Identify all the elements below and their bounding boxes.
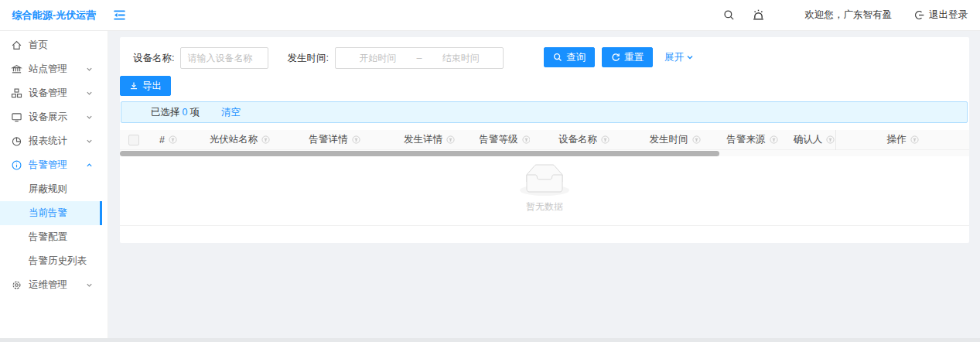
- column-header-level: 告警等级: [480, 130, 530, 150]
- top-header: 综合能源-光伏运营 欢迎您，广东智有盈 退出登录: [0, 0, 980, 31]
- selection-bar: 已选择 0 项 清空: [121, 101, 968, 123]
- column-header-time: 发生时间: [638, 130, 712, 150]
- home-icon: [11, 39, 22, 51]
- chevron-down-icon: [86, 114, 93, 121]
- chevron-down-icon: [686, 53, 694, 61]
- search-icon[interactable]: [723, 9, 735, 21]
- empty-text: 暂无数据: [526, 200, 563, 214]
- display-icon: [11, 111, 22, 123]
- chevron-down-icon: [86, 66, 93, 73]
- filter-buttons: 查询 重置 展开: [544, 47, 694, 67]
- logout-button[interactable]: 退出登录: [913, 9, 968, 22]
- bank-icon: [11, 63, 22, 75]
- scrollbar-thumb[interactable]: [120, 151, 719, 156]
- query-button[interactable]: 查询: [544, 47, 595, 67]
- column-header-actions: 操作: [835, 130, 969, 150]
- header-actions: 欢迎您，广东智有盈 退出登录: [723, 9, 980, 22]
- sidebar-item-label: 站点管理: [29, 63, 86, 76]
- sidebar-item-reports[interactable]: 报表统计: [0, 129, 102, 153]
- sidebar-subitem-alarm-config[interactable]: 告警配置: [0, 225, 102, 249]
- sidebar-item-alarms[interactable]: 告警管理: [0, 153, 102, 177]
- selection-prefix: 已选择: [151, 106, 180, 119]
- alarm-bell-icon[interactable]: [752, 9, 765, 22]
- sidebar-item-home[interactable]: 首页: [0, 33, 102, 57]
- horizontal-scrollbar: [120, 150, 969, 156]
- filter-icon[interactable]: [770, 135, 778, 144]
- column-header-occur-detail: 发生详情: [379, 130, 480, 150]
- sidebar-item-label: 设备展示: [29, 111, 86, 124]
- table-header-row: # 光伏站名称 告警详情 发生详情: [120, 130, 969, 150]
- sidebar-subitem-label: 告警历史列表: [29, 255, 87, 268]
- chevron-down-icon: [86, 138, 93, 145]
- occur-time-label: 发生时间:: [287, 52, 328, 65]
- welcome-text: 欢迎您，广东智有盈: [805, 9, 893, 22]
- select-all-checkbox[interactable]: [128, 135, 139, 145]
- time-range-picker[interactable]: 开始时间 – 结束时间: [335, 47, 504, 69]
- sidebar-item-ops[interactable]: 运维管理: [0, 273, 102, 297]
- sidebar-subitem-alarm-history[interactable]: 告警历史列表: [0, 249, 102, 273]
- filter-icon[interactable]: [446, 135, 455, 144]
- empty-box-icon: [520, 164, 569, 196]
- column-header-device: 设备名称: [530, 130, 638, 150]
- content-card: 设备名称: 发生时间: 开始时间 – 结束时间 查询 重置: [120, 37, 969, 243]
- sidebar-item-display[interactable]: 设备展示: [0, 105, 102, 129]
- app-logo[interactable]: 综合能源-光伏运营: [0, 9, 108, 22]
- sidebar-subitem-current-alarms[interactable]: 当前告警: [0, 201, 102, 225]
- column-header-source: 告警来源: [712, 130, 793, 150]
- device-name-input[interactable]: [180, 47, 268, 69]
- select-all-cell: [120, 130, 147, 150]
- alarm-table: # 光伏站名称 告警详情 发生详情: [120, 130, 969, 226]
- device-name-label: 设备名称:: [133, 52, 174, 65]
- filter-icon[interactable]: [910, 135, 919, 144]
- sidebar-subitem-shield-rules[interactable]: 屏蔽规则: [0, 177, 102, 201]
- refresh-icon: [611, 53, 620, 62]
- start-time-placeholder: 开始时间: [342, 52, 414, 65]
- chevron-down-icon: [86, 90, 93, 97]
- logout-label: 退出登录: [929, 9, 968, 22]
- expand-link[interactable]: 展开: [664, 51, 694, 64]
- search-icon: [553, 53, 562, 62]
- main-content: 设备名称: 发生时间: 开始时间 – 结束时间 查询 重置: [108, 31, 980, 342]
- bottom-strip: [0, 338, 980, 342]
- sidebar-subitem-label: 告警配置: [29, 231, 67, 244]
- range-separator: –: [414, 53, 425, 63]
- sidebar-subitem-label: 屏蔽规则: [29, 183, 67, 196]
- column-header-confirmer: 确认人: [793, 130, 835, 150]
- filter-icon[interactable]: [826, 135, 835, 144]
- chevron-down-icon: [86, 282, 93, 289]
- column-header-station: 光伏站名称: [190, 130, 290, 150]
- sidebar-item-label: 告警管理: [29, 159, 86, 172]
- sidebar-item-label: 报表统计: [29, 135, 86, 148]
- sidebar-subitem-label: 当前告警: [29, 207, 67, 220]
- sidebar-item-label: 首页: [29, 39, 93, 52]
- clear-selection-link[interactable]: 清空: [221, 106, 241, 119]
- column-header-alarm-detail: 告警详情: [290, 130, 379, 150]
- sidebar: 首页 站点管理 设备管理 设备展示: [0, 31, 108, 338]
- device-cluster-icon: [11, 87, 22, 99]
- selection-count: 0: [180, 107, 190, 118]
- filter-icon[interactable]: [352, 135, 360, 144]
- logout-icon: [913, 9, 925, 21]
- filter-icon[interactable]: [522, 135, 531, 144]
- menu-fold-icon[interactable]: [113, 9, 126, 22]
- selection-unit: 项: [190, 106, 200, 119]
- reset-button[interactable]: 重置: [602, 47, 653, 67]
- sidebar-item-label: 运维管理: [29, 279, 86, 292]
- info-circle-icon: [11, 159, 22, 171]
- end-time-placeholder: 结束时间: [425, 52, 497, 65]
- filter-icon[interactable]: [601, 135, 610, 144]
- gear-icon: [11, 279, 22, 291]
- column-header-index: #: [147, 130, 190, 150]
- chevron-up-icon: [86, 162, 93, 169]
- filter-icon[interactable]: [169, 135, 177, 144]
- filter-icon[interactable]: [692, 135, 701, 144]
- pie-chart-icon: [11, 135, 22, 147]
- sidebar-item-devices[interactable]: 设备管理: [0, 81, 102, 105]
- table-body: 暂无数据: [120, 156, 969, 226]
- sidebar-item-sites[interactable]: 站点管理: [0, 57, 102, 81]
- filter-icon[interactable]: [261, 135, 270, 144]
- sidebar-item-label: 设备管理: [29, 87, 86, 100]
- export-button[interactable]: 导出: [120, 76, 171, 96]
- app-root: 综合能源-光伏运营 欢迎您，广东智有盈 退出登录 首页: [0, 0, 980, 342]
- filter-form: 设备名称: 发生时间: 开始时间 – 结束时间: [133, 47, 504, 69]
